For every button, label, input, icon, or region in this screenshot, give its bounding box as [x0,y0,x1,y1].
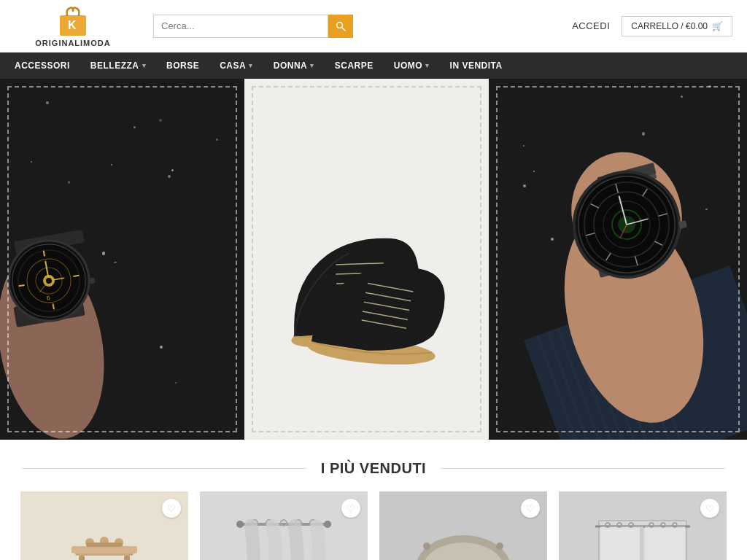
nav-item-borse[interactable]: BORSE [166,61,199,71]
product-img-placeholder-1 [20,491,188,560]
nav-item-uomo[interactable]: UOMO ▾ [394,61,430,71]
bestsellers-section: I PIÙ VENDUTI [0,440,747,560]
svg-rect-75 [71,546,137,553]
section-title: I PIÙ VENDUTI [306,460,441,477]
product-wishlist-4[interactable]: ♡ [700,499,719,518]
svg-line-3 [342,28,345,31]
hero-panel-left: 6 [0,79,244,440]
shoes-illustration [261,143,473,376]
header-right: ACCEDI CARRELLO / €0.00 🛒 [572,16,732,36]
curtain-icon [225,506,342,560]
furniture-icon [46,506,163,560]
product-img-placeholder-2 [200,491,368,560]
svg-rect-74 [124,556,130,560]
product-card-2[interactable]: In offerta! ♡ [200,491,368,560]
nav-item-invendita[interactable]: IN VENDITA [450,61,503,71]
svg-point-81 [236,521,244,528]
svg-point-82 [324,521,331,528]
product-card-4[interactable]: In offerta! ♡ [559,491,727,560]
watch-wrist-left: 6 [0,79,244,440]
logo-area: K ORIGINALIMODA [15,5,131,47]
search-icon [336,21,346,31]
svg-rect-105 [640,526,643,560]
svg-rect-79 [86,542,123,547]
product-image-4: In offerta! ♡ [559,491,727,560]
svg-rect-97 [600,526,640,560]
nav-item-bellezza[interactable]: BELLEZZA ▾ [90,61,146,71]
product-img-placeholder-4 [559,491,727,560]
nav-item-casa[interactable]: CASA ▾ [220,61,253,71]
svg-line-16 [19,285,25,286]
section-divider-left [22,468,306,469]
login-button[interactable]: ACCEDI [572,20,610,31]
svg-line-13 [44,251,44,257]
nav-item-donna[interactable]: DONNA ▾ [274,61,314,71]
svg-text:K: K [68,19,77,31]
product-image-2: In offerta! ♡ [200,491,368,560]
chevron-down-icon: ▾ [142,62,147,69]
cart-label: CARRELLO / €0.00 [631,21,708,31]
svg-point-92 [496,542,503,550]
hero-panel-center [244,79,489,440]
product-img-placeholder-3 [379,491,547,560]
cart-button[interactable]: CARRELLO / €0.00 🛒 [622,16,732,36]
section-title-wrap: I PIÙ VENDUTI [0,440,747,491]
logo-icon: K [54,5,92,37]
chevron-down-icon: ▾ [249,62,253,69]
svg-point-2 [337,22,343,28]
product-image-1: In offerta! ♡ [20,491,188,560]
hero-banner: 6 [0,79,747,440]
svg-rect-20 [88,277,95,284]
hero-panel-right [489,79,747,440]
product-grid: In offerta! ♡ [0,491,747,560]
svg-point-91 [423,542,430,550]
product-wishlist-3[interactable]: ♡ [521,499,540,518]
pillow-icon [405,506,522,560]
nav-item-accessori[interactable]: ACCESSORI [15,61,70,71]
nav-item-scarpe[interactable]: SCARPE [335,61,374,71]
product-wishlist-1[interactable]: ♡ [162,499,181,518]
svg-rect-73 [79,556,85,560]
search-input[interactable] [153,15,328,38]
product-card-1[interactable]: In offerta! ♡ [20,491,188,560]
search-area [153,15,550,38]
product-card-3[interactable]: In offerta! ♡ [379,491,547,560]
product-image-3: In offerta! ♡ [379,491,547,560]
svg-line-15 [73,276,79,276]
svg-rect-98 [645,526,685,560]
product-wishlist-2[interactable]: ♡ [341,499,360,518]
chevron-down-icon: ▾ [425,62,430,69]
svg-line-14 [53,304,54,310]
cart-icon: 🛒 [712,21,723,31]
watch-wrist-right [489,79,747,440]
chevron-down-icon: ▾ [310,62,314,69]
site-header: K ORIGINALIMODA ACCEDI CARRELLO / €0.00 … [0,0,747,52]
curtain2-icon [584,506,701,560]
section-divider-right [441,468,725,469]
main-nav: ACCESSORI BELLEZZA ▾ BORSE CASA ▾ DONNA … [0,52,747,79]
logo-text: ORIGINALIMODA [35,39,110,47]
search-button[interactable] [328,15,353,38]
